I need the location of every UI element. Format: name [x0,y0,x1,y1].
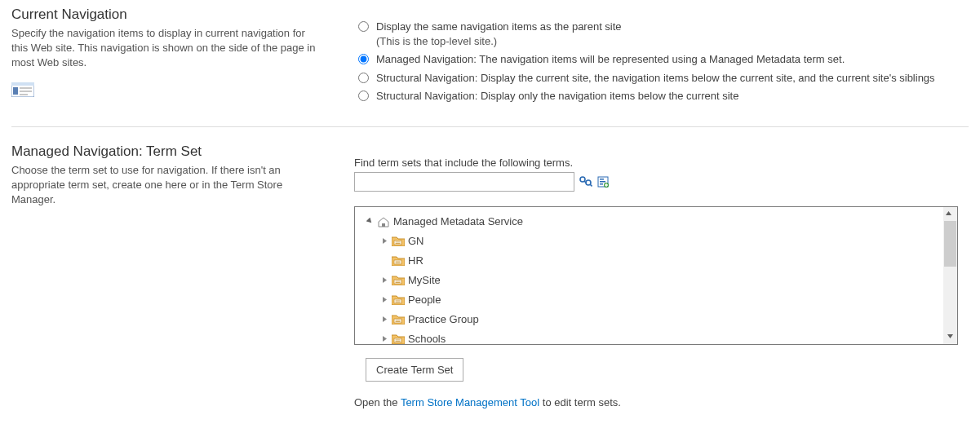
svg-rect-1 [11,82,34,86]
expander-icon[interactable] [381,296,388,303]
tree-node-people[interactable]: People [361,290,951,310]
svg-rect-31 [396,320,401,321]
svg-rect-23 [396,263,401,263]
tree-scrollbar[interactable] [943,207,957,344]
svg-rect-20 [396,243,401,244]
svg-rect-30 [394,319,401,323]
termgroup-icon [392,255,405,266]
svg-rect-13 [600,183,603,185]
open-term-store-line: Open the Term Store Management Tool to e… [354,396,969,408]
nav-option-struct2[interactable]: Structural Navigation: Display only the … [354,89,969,104]
nav-option-struct1-radio[interactable] [358,73,369,83]
svg-line-9 [590,184,592,187]
current-navigation-title: Current Navigation [11,7,321,23]
tree-node-schools-label: Schools [408,333,446,345]
svg-rect-11 [600,179,604,180]
svg-rect-34 [396,340,401,341]
nav-option-same-label: Display the same navigation items as the… [376,20,622,33]
expander-icon[interactable] [381,237,388,245]
svg-rect-32 [396,321,401,322]
tree-node-hr[interactable]: HR [361,251,951,271]
nav-option-struct2-label: Structural Navigation: Display only the … [376,89,738,104]
term-store-management-link[interactable]: Term Store Management Tool [401,396,539,408]
current-navigation-desc: Specify the navigation items to display … [11,26,321,71]
svg-rect-17 [382,223,385,227]
nav-option-struct1-label: Structural Navigation: Display the curre… [376,71,935,86]
open-term-store-prefix: Open the [354,396,401,408]
navigation-layout-icon [11,82,34,99]
open-term-store-suffix: to edit term sets. [539,396,621,408]
termgroup-icon [392,294,405,305]
nav-option-managed[interactable]: Managed Navigation: The navigation items… [354,52,969,67]
tree-node-schools[interactable]: Schools [361,329,951,345]
expander-icon[interactable] [381,335,388,342]
tree-root-row[interactable]: Managed Metadata Service [361,212,951,232]
svg-rect-26 [396,282,401,283]
current-navigation-leftcol: Current Navigation Specify the navigatio… [11,7,338,107]
svg-rect-12 [600,181,605,183]
svg-rect-3 [20,87,32,89]
tree-node-hr-label: HR [408,254,423,267]
nav-option-struct1[interactable]: Structural Navigation: Display the curre… [354,71,969,86]
termset-section: Managed Navigation: Term Set Choose the … [11,126,969,428]
scroll-up-icon[interactable] [944,209,956,219]
tree-node-mysite-label: MySite [408,274,441,286]
svg-rect-21 [394,260,401,264]
nav-option-same[interactable]: Display the same navigation items as the… [354,20,969,49]
svg-rect-5 [20,94,28,95]
find-termsets-row [354,172,969,192]
find-add-icon[interactable] [597,176,609,188]
termgroup-icon [392,314,405,325]
nav-option-same-sub: (This is the top-level site.) [376,34,622,49]
termset-leftcol: Managed Navigation: Term Set Choose the … [11,144,338,408]
svg-rect-29 [396,302,401,302]
scroll-thumb[interactable] [944,221,956,267]
nav-option-same-radio[interactable] [358,21,369,32]
current-navigation-options: Display the same navigation items as the… [354,7,969,107]
scroll-down-icon[interactable] [946,332,955,342]
find-termsets-input[interactable] [354,172,574,192]
metadata-service-icon [377,216,390,227]
current-navigation-section: Current Navigation Specify the navigatio… [11,7,969,126]
svg-rect-4 [20,91,32,92]
svg-rect-33 [394,338,401,342]
tree-node-practice-group[interactable]: Practice Group [361,310,951,329]
termset-tree: Managed Metadata Service GN HR MySite [354,206,958,345]
expander-spacer [381,257,388,264]
tree-node-gn-label: GN [408,235,424,247]
expander-icon[interactable] [381,316,388,323]
tree-node-practice-group-label: Practice Group [408,313,479,325]
svg-rect-22 [396,262,401,263]
expander-icon[interactable] [381,276,388,284]
termset-title: Managed Navigation: Term Set [11,144,321,160]
svg-rect-25 [396,281,401,282]
svg-rect-2 [13,87,18,95]
nav-option-managed-radio[interactable] [358,54,369,64]
svg-rect-19 [396,242,401,243]
termgroup-icon [392,333,405,344]
tree-root-label: Managed Metadata Service [393,215,523,227]
termgroup-icon [392,275,405,285]
find-search-icon[interactable] [579,176,592,188]
svg-rect-24 [394,280,401,284]
nav-option-struct2-radio[interactable] [358,91,369,101]
nav-option-managed-label: Managed Navigation: The navigation items… [376,52,845,67]
tree-node-people-label: People [408,294,441,306]
termset-desc: Choose the term set to use for navigatio… [11,163,321,208]
tree-node-gn[interactable]: GN [361,232,951,251]
svg-rect-28 [396,301,401,302]
svg-rect-35 [396,341,401,342]
tree-node-mysite[interactable]: MySite [361,271,951,290]
termgroup-icon [392,236,405,246]
termset-rightcol: Find term sets that include the followin… [354,144,969,408]
svg-rect-27 [394,299,401,303]
find-termsets-label: Find term sets that include the followin… [354,157,969,169]
create-term-set-button[interactable]: Create Term Set [366,358,463,382]
expander-collapse-icon[interactable] [366,218,374,225]
svg-rect-16 [605,184,608,185]
svg-rect-18 [394,241,401,245]
